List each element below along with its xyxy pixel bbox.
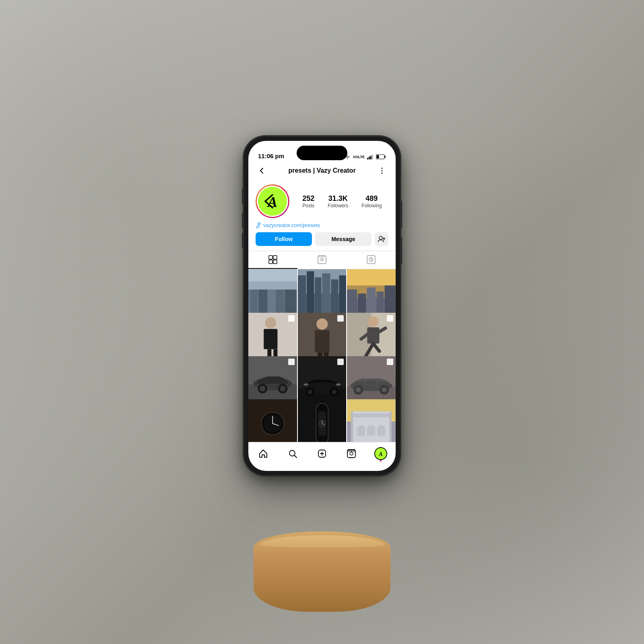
profile-top-row: A 252 Posts 31.3K Followers (256, 184, 388, 218)
svg-rect-15 (269, 256, 272, 259)
svg-point-79 (280, 386, 285, 391)
svg-rect-68 (367, 327, 380, 343)
follow-button[interactable]: Follow (256, 232, 312, 246)
grid-cell[interactable] (298, 269, 347, 318)
following-count: 489 (365, 194, 378, 203)
grid-cell[interactable] (298, 313, 347, 361)
nav-profile[interactable]: A (372, 445, 390, 462)
svg-rect-0 (367, 158, 368, 159)
bio-link[interactable]: vazycreator.com/presets (256, 222, 388, 228)
svg-rect-42 (331, 279, 338, 318)
grid-cell[interactable] (248, 313, 297, 361)
bottom-navigation: A (248, 442, 396, 471)
svg-point-55 (265, 317, 276, 328)
followers-label: Followers (328, 203, 348, 208)
svg-point-126 (348, 450, 350, 452)
volte-indicator: VOLTE (353, 155, 365, 159)
posts-label: Posts (302, 203, 314, 208)
svg-rect-62 (315, 330, 329, 352)
grid-cell[interactable] (248, 399, 297, 442)
svg-point-128 (353, 450, 355, 452)
stat-followers[interactable]: 31.3K Followers (328, 194, 348, 208)
reels-icon (318, 255, 326, 264)
reels-nav-icon (347, 449, 356, 458)
grid-cell[interactable] (347, 269, 396, 318)
nav-add[interactable] (313, 445, 331, 462)
status-time: 11:06 pm (258, 153, 284, 159)
svg-rect-40 (315, 277, 321, 318)
grid-cell[interactable] (298, 356, 347, 405)
nav-search[interactable] (284, 445, 301, 462)
tab-reels[interactable] (297, 251, 347, 269)
signal-icon (367, 155, 374, 159)
svg-rect-118 (390, 411, 392, 442)
nav-reels[interactable] (343, 445, 360, 462)
grid-cell[interactable] (347, 313, 396, 361)
multi-post-indicator (288, 315, 295, 322)
stat-posts[interactable]: 252 Posts (302, 194, 314, 208)
svg-rect-2 (370, 156, 372, 159)
following-label: Following (361, 203, 382, 208)
svg-point-8 (381, 170, 382, 171)
tab-tagged[interactable] (347, 251, 396, 269)
bio-link-text: vazycreator.com/presets (263, 222, 320, 228)
add-icon (317, 449, 327, 458)
svg-rect-16 (273, 256, 277, 259)
svg-rect-6 (385, 156, 386, 158)
svg-point-22 (322, 256, 323, 258)
grid-cell[interactable] (248, 269, 297, 318)
svg-line-120 (294, 455, 297, 458)
svg-point-67 (368, 316, 379, 327)
battery-icon (376, 154, 386, 159)
svg-point-7 (381, 168, 382, 169)
nav-home[interactable] (254, 445, 272, 462)
svg-point-125 (350, 452, 353, 455)
tagged-icon (367, 255, 376, 264)
svg-point-9 (381, 173, 382, 174)
posts-count: 252 (302, 194, 314, 203)
add-person-button[interactable] (375, 232, 388, 246)
followers-count: 31.3K (328, 194, 348, 203)
grid-cell[interactable] (347, 356, 396, 405)
message-button[interactable]: Message (315, 232, 372, 246)
svg-point-85 (308, 389, 312, 394)
svg-point-61 (316, 318, 328, 330)
link-icon (256, 223, 261, 228)
svg-rect-38 (298, 275, 306, 318)
wooden-stand (254, 531, 390, 612)
svg-rect-5 (377, 155, 379, 159)
status-icons: VOLTE (344, 154, 386, 159)
svg-point-23 (324, 256, 325, 258)
svg-point-86 (332, 389, 336, 394)
svg-point-94 (356, 387, 361, 392)
svg-point-20 (321, 258, 323, 261)
phone-screen: 11:06 pm VOLTE (248, 141, 396, 471)
svg-text:A: A (379, 451, 383, 457)
multi-post-indicator (387, 315, 393, 322)
svg-rect-43 (339, 275, 346, 318)
tab-grid[interactable] (248, 251, 297, 269)
multi-post-indicator (387, 359, 393, 365)
grid-cell[interactable] (347, 399, 396, 442)
phone-device: 11:06 pm VOLTE (244, 136, 400, 476)
search-icon (288, 449, 297, 458)
svg-rect-117 (351, 411, 353, 442)
photo-grid (248, 269, 396, 442)
more-options-button[interactable] (376, 164, 388, 177)
grid-cell[interactable] (298, 399, 347, 442)
svg-rect-115 (353, 413, 389, 417)
grid-cell[interactable] (248, 356, 297, 405)
svg-point-87 (303, 383, 308, 386)
svg-rect-39 (307, 271, 314, 318)
multi-post-indicator (288, 359, 295, 365)
svg-rect-45 (347, 269, 396, 285)
back-button[interactable] (256, 164, 268, 177)
avatar-wrapper[interactable]: A (256, 184, 289, 218)
svg-point-21 (319, 256, 320, 258)
svg-point-95 (382, 387, 387, 392)
multi-post-indicator (337, 359, 344, 365)
svg-point-110 (321, 423, 323, 425)
stat-following[interactable]: 489 Following (361, 194, 382, 208)
svg-point-127 (351, 450, 352, 452)
home-icon (258, 449, 268, 458)
